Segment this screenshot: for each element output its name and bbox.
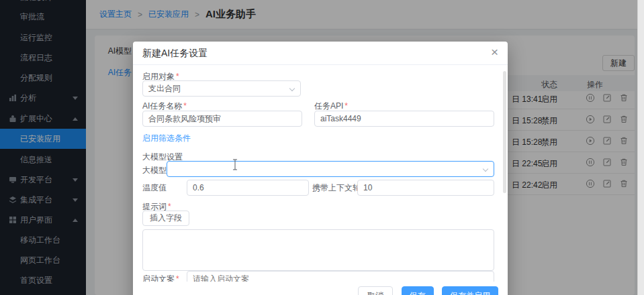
required-mark: * xyxy=(176,72,179,81)
temperature-label: 温度值 xyxy=(142,182,167,194)
text-cursor xyxy=(231,159,239,170)
label-text: 任务API xyxy=(314,101,343,111)
label-text: 提示词 xyxy=(142,202,167,211)
label-text: AI任务名称 xyxy=(142,101,182,111)
dialog-title: 新建AI任务设置 xyxy=(142,48,208,60)
required-mark: * xyxy=(344,101,348,111)
insert-field-button[interactable]: 插入字段 xyxy=(142,211,189,226)
context-rounds-input[interactable] xyxy=(357,180,494,196)
enable-target-select[interactable]: 支出合同 xyxy=(142,80,301,97)
dialog-footer: 取消 保存 保存并启用 xyxy=(133,282,508,295)
enable-filter-link[interactable]: 启用筛选条件 xyxy=(142,133,191,144)
new-ai-task-dialog: 新建AI任务设置 × 启用对象* 支出合同 AI任务名称* 任务API* 启用筛… xyxy=(133,42,508,295)
required-mark: * xyxy=(168,202,171,211)
temperature-input[interactable] xyxy=(187,180,309,196)
save-and-enable-button[interactable]: 保存并启用 xyxy=(442,286,498,295)
close-icon[interactable]: × xyxy=(491,45,498,60)
app-window: 流程设计 审批流 运行监控 流程日志 分配规则 分析 扩展中心 已安装应用 信息… xyxy=(0,0,644,295)
label-text: 启用对象 xyxy=(142,72,175,81)
modal-scrollbar-thumb[interactable] xyxy=(503,71,506,193)
save-button[interactable]: 保存 xyxy=(402,286,434,295)
select-value: 支出合同 xyxy=(148,84,181,93)
prompt-textarea[interactable] xyxy=(142,229,494,271)
page-scrollbar[interactable] xyxy=(637,0,644,295)
chevron-down-icon xyxy=(289,86,295,91)
cancel-button[interactable]: 取消 xyxy=(358,286,393,295)
chevron-down-icon xyxy=(483,166,488,172)
model-select[interactable] xyxy=(167,161,494,177)
task-api-input[interactable] xyxy=(314,111,494,127)
label-text: 大模型 xyxy=(142,166,167,175)
header-divider xyxy=(133,64,508,65)
task-name-input[interactable] xyxy=(142,111,302,127)
required-mark: * xyxy=(183,101,187,111)
